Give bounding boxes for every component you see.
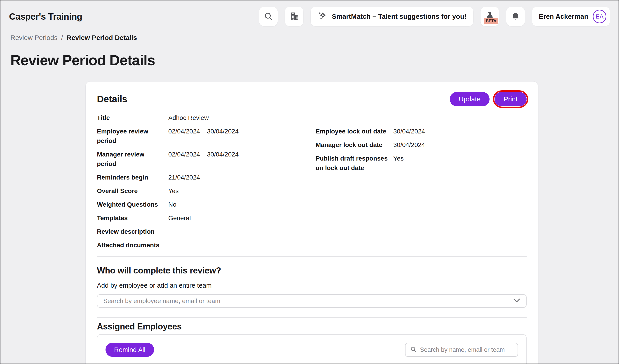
breadcrumb-review-periods[interactable]: Review Periods: [10, 34, 57, 41]
page-title: Review Period Details: [10, 52, 619, 69]
header-actions: SmartMatch – Talent suggestions for you!…: [259, 7, 610, 26]
building-icon: [289, 11, 299, 22]
user-name: Eren Ackerman: [539, 13, 588, 20]
field-title: Title Adhoc Review: [97, 113, 314, 123]
company-switcher-button[interactable]: [285, 7, 303, 26]
assigned-search[interactable]: [405, 343, 518, 357]
smartmatch-label: SmartMatch – Talent suggestions for you!: [332, 13, 466, 20]
assigned-search-input[interactable]: [420, 346, 513, 353]
details-actions: Update Print: [450, 92, 527, 106]
user-menu[interactable]: Eren Ackerman EA: [532, 7, 610, 26]
notifications-button[interactable]: [506, 7, 525, 26]
section-divider: [97, 317, 527, 318]
field-manager-review-period: Manager review period 02/04/2024 – 30/04…: [97, 150, 314, 169]
print-button[interactable]: Print: [494, 92, 527, 106]
company-logo: Casper's Training: [9, 12, 82, 22]
breadcrumb: Review Periods / Review Period Details: [10, 34, 619, 41]
section-divider: [97, 256, 527, 257]
labs-beta-button[interactable]: BETA: [480, 7, 499, 26]
field-employee-review-period: Employee review period 02/04/2024 – 30/0…: [97, 127, 314, 146]
field-overall-score: Overall Score Yes: [97, 186, 314, 196]
assigned-heading: Assigned Employees: [97, 322, 527, 332]
field-employee-lock-out-date: Employee lock out date 30/04/2024: [316, 127, 519, 136]
chevron-down-icon: [513, 298, 520, 304]
field-templates: Templates General: [97, 213, 314, 223]
smartmatch-button[interactable]: SmartMatch – Talent suggestions for you!: [311, 7, 473, 26]
field-review-description: Review description: [97, 227, 314, 236]
search-button[interactable]: [259, 7, 278, 26]
field-attached-documents: Attached documents: [97, 241, 314, 250]
update-button[interactable]: Update: [450, 92, 490, 106]
search-icon: [264, 12, 273, 22]
details-heading: Details: [97, 94, 127, 105]
remind-all-button[interactable]: Remind All: [106, 343, 154, 357]
details-fields: Title Adhoc Review Employee review perio…: [97, 113, 527, 250]
who-subtext: Add by employee or add an entire team: [97, 282, 527, 289]
field-manager-lock-out-date: Manager lock out date 30/04/2024: [316, 140, 519, 150]
search-icon: [410, 346, 417, 354]
beta-badge: BETA: [484, 18, 498, 24]
field-reminders-begin: Reminders begin 21/04/2024: [97, 173, 314, 182]
select-placeholder: Search by employee name, email or team: [103, 297, 220, 305]
assigned-employees-panel: Remind All: [97, 334, 527, 364]
top-bar: Casper's Training: [0, 0, 619, 26]
sparkle-icon: [317, 11, 327, 22]
field-weighted-questions: Weighted Questions No: [97, 200, 314, 209]
breadcrumb-separator: /: [61, 34, 63, 41]
avatar: EA: [593, 10, 606, 23]
bell-icon: [511, 12, 520, 21]
field-publish-draft-responses: Publish draft responses on lock out date…: [316, 154, 519, 173]
employee-team-select[interactable]: Search by employee name, email or team: [97, 294, 527, 308]
breadcrumb-current: Review Period Details: [67, 34, 137, 41]
who-heading: Who will complete this review?: [97, 266, 527, 275]
details-card: Details Update Print Title Adhoc Review …: [85, 81, 538, 364]
app-window: Casper's Training: [0, 0, 619, 364]
